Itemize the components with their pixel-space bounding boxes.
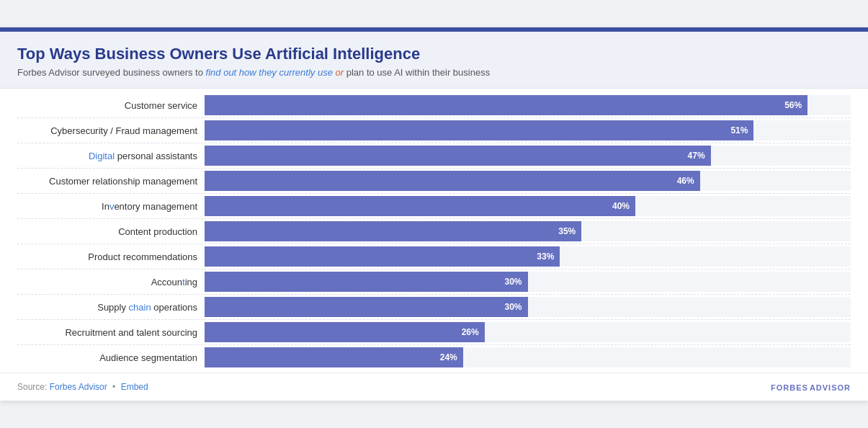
bar-label: Accounting [17,277,205,287]
bar-value: 26% [462,327,479,337]
bar-fill: 56% [205,95,807,115]
bar-track: 30% [205,297,851,317]
chart-footer: Source: Forbes Advisor • Embed ForbesADV… [0,373,868,401]
embed-link[interactable]: Embed [121,382,148,392]
bar-fill: 24% [205,347,463,367]
bar-label: Product recommendations [17,251,205,262]
bar-fill: 33% [205,246,560,267]
bar-row: Digital personal assistants47% [17,143,851,169]
bar-fill: 26% [205,322,485,342]
subtitle-highlight-or: or [336,67,344,78]
bar-label: Audience segmentation [17,352,205,363]
bar-fill: 51% [205,120,753,141]
bar-row: Customer service56% [17,93,851,118]
bar-track: 26% [205,322,851,342]
bar-fill: 46% [205,171,700,191]
bar-label: Supply chain operations [17,302,205,313]
bar-label: Cybersecurity / Fraud management [17,125,205,136]
source-link[interactable]: Forbes Advisor [50,382,107,392]
bar-track: 46% [205,171,851,191]
chart-title: Top Ways Business Owners Use Artificial … [17,45,851,63]
bar-label: Customer relationship management [17,176,205,187]
bar-label: Digital personal assistants [17,151,205,161]
bar-row: Product recommendations33% [17,244,851,269]
subtitle-highlight-find: find out how they currently use [206,67,333,78]
chart-header: Top Ways Business Owners Use Artificial … [0,32,868,89]
footer-source: Source: Forbes Advisor • Embed [17,382,148,392]
source-label: Source: [17,382,47,392]
bar-value: 30% [504,277,522,287]
bar-track: 47% [205,146,851,166]
bar-value: 51% [730,125,748,135]
bar-row: Cybersecurity / Fraud management51% [17,118,851,143]
bar-row: Content production35% [17,219,851,244]
subtitle-end: plan to use AI within their business [344,67,490,78]
bar-track: 35% [205,221,851,241]
bar-track: 30% [205,272,851,292]
chart-subtitle: Forbes Advisor surveyed business owners … [17,67,851,78]
bar-value: 24% [440,352,457,362]
bar-row: Audience segmentation24% [17,345,851,370]
bar-value: 40% [612,201,630,211]
bar-value: 35% [558,226,576,236]
chart-card: Top Ways Business Owners Use Artificial … [0,27,868,401]
bar-row: Supply chain operations30% [17,295,851,320]
bar-fill: 30% [205,297,528,317]
bar-label: Recruitment and talent sourcing [17,327,205,338]
bar-value: 56% [784,100,802,110]
bar-label: Content production [17,226,205,237]
subtitle-plain: Forbes Advisor surveyed business owners … [17,67,206,78]
bar-track: 24% [205,347,851,367]
footer-separator: • [112,382,115,392]
bar-value: 47% [688,151,705,161]
chart-area: Customer service56%Cybersecurity / Fraud… [0,89,868,373]
bar-fill: 30% [205,272,528,292]
bar-row: Customer relationship management46% [17,169,851,194]
bar-track: 56% [205,95,851,115]
logo-light: ADVISOR [810,383,851,392]
bar-label: Inventory management [17,201,205,212]
bar-track: 33% [205,246,851,267]
bar-track: 40% [205,196,851,216]
bar-track: 51% [205,120,851,141]
logo-bold: Forbes [771,383,808,392]
bar-fill: 40% [205,196,635,216]
footer-logo: ForbesADVISOR [769,380,851,393]
bar-row: Accounting30% [17,269,851,295]
bar-value: 33% [537,251,554,262]
bar-fill: 35% [205,221,581,241]
bar-fill: 47% [205,146,711,166]
bar-row: Inventory management40% [17,194,851,219]
bar-value: 46% [677,176,694,186]
bar-value: 30% [504,302,522,312]
bar-label: Customer service [17,100,205,111]
bar-row: Recruitment and talent sourcing26% [17,320,851,345]
